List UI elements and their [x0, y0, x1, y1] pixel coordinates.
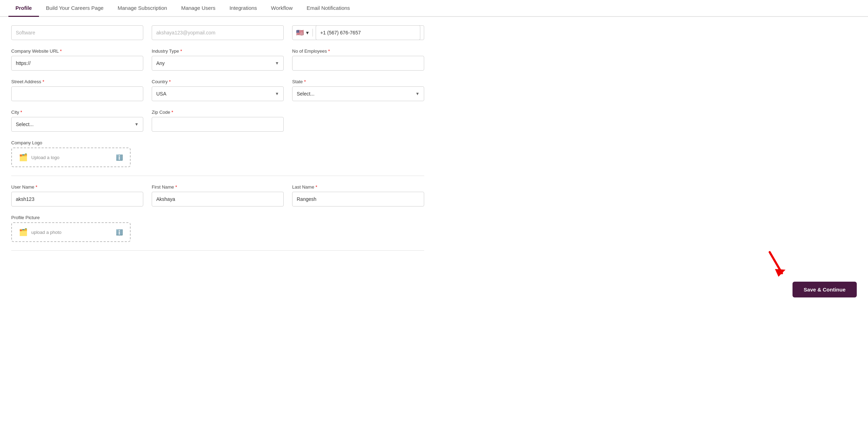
country-select[interactable]: USA ▼: [152, 86, 284, 101]
city-select[interactable]: Select... ▼: [11, 117, 143, 132]
row-profile-picture: Profile Picture 🗂️ upload a photo ℹ️: [11, 215, 424, 242]
state-group: State * Select... ▼: [292, 79, 424, 101]
no-employees-label: No of Employees *: [292, 48, 424, 54]
no-employees-input[interactable]: [292, 56, 424, 71]
industry-type-label: Industry Type *: [152, 48, 284, 54]
profile-picture-label: Profile Picture: [11, 215, 424, 220]
tab-email-notifications[interactable]: Email Notifications: [300, 0, 357, 17]
upload-logo-text: Upload a logo: [31, 155, 112, 160]
required-star-username: *: [34, 184, 38, 190]
save-continue-button[interactable]: Save & Continue: [793, 282, 857, 297]
street-address-label: Street Address *: [11, 79, 143, 84]
last-name-input[interactable]: [292, 192, 424, 206]
required-star-zip: *: [170, 110, 173, 115]
required-star: *: [59, 48, 62, 54]
tab-manage-users[interactable]: Manage Users: [174, 0, 223, 17]
nav-bar: Profile Build Your Careers Page Manage S…: [0, 0, 868, 17]
state-dropdown[interactable]: Select...: [297, 91, 420, 97]
no-employees-group: No of Employees *: [292, 48, 424, 71]
upload-photo-icon: 🗂️: [19, 228, 28, 236]
required-star-city: *: [19, 110, 22, 115]
company-logo-group: Company Logo 🗂️ Upload a logo ℹ️: [11, 140, 424, 167]
row-city-zip: City * Select... ▼ Zip Code *: [11, 110, 424, 132]
zip-code-label: Zip Code *: [152, 110, 284, 115]
required-star-country: *: [168, 79, 171, 84]
upload-photo-area[interactable]: 🗂️ upload a photo ℹ️: [11, 222, 131, 242]
country-label: Country *: [152, 79, 284, 84]
country-group: Country * USA ▼: [152, 79, 284, 101]
row-company-basic: 🇺🇸 ▼: [11, 25, 424, 40]
user-name-label: User Name *: [11, 184, 143, 190]
section-divider-bottom: [11, 250, 424, 251]
state-select[interactable]: Select... ▼: [292, 86, 424, 101]
user-name-group: User Name *: [11, 184, 143, 206]
company-website-label: Company Website URL *: [11, 48, 143, 54]
company-website-input[interactable]: [11, 56, 143, 71]
city-dropdown[interactable]: Select...: [16, 122, 139, 127]
row-company-details: Company Website URL * Industry Type * An…: [11, 48, 424, 71]
last-name-group: Last Name *: [292, 184, 424, 206]
tab-build-careers[interactable]: Build Your Careers Page: [39, 0, 111, 17]
required-star-state: *: [303, 79, 306, 84]
company-email-group: [152, 25, 284, 40]
state-label: State *: [292, 79, 424, 84]
street-address-input[interactable]: [11, 86, 143, 101]
company-name-input[interactable]: [11, 25, 143, 40]
main-content: 🇺🇸 ▼ Company Website URL * Industry Type…: [0, 17, 435, 273]
street-address-group: Street Address *: [11, 79, 143, 101]
city-group: City * Select... ▼: [11, 110, 143, 132]
required-star-industry: *: [179, 48, 182, 54]
profile-picture-group: Profile Picture 🗂️ upload a photo ℹ️: [11, 215, 424, 242]
required-star-lastname: *: [314, 184, 317, 190]
zip-code-group: Zip Code *: [152, 110, 284, 132]
tab-profile[interactable]: Profile: [8, 0, 39, 17]
city-label: City *: [11, 110, 143, 115]
row-address: Street Address * Country * USA ▼ State *…: [11, 79, 424, 101]
first-name-group: First Name *: [152, 184, 284, 206]
phone-group: 🇺🇸 ▼: [292, 25, 424, 40]
row-company-logo: Company Logo 🗂️ Upload a logo ℹ️: [11, 140, 424, 167]
company-logo-label: Company Logo: [11, 140, 424, 145]
flag-chevron: ▼: [305, 30, 310, 35]
upload-photo-text: upload a photo: [31, 230, 112, 235]
last-name-label: Last Name *: [292, 184, 424, 190]
required-star-employees: *: [327, 48, 330, 54]
phone-wrapper: 🇺🇸 ▼: [292, 25, 424, 40]
required-star-firstname: *: [174, 184, 177, 190]
company-website-group: Company Website URL *: [11, 48, 143, 71]
save-btn-container: Save & Continue: [0, 273, 868, 306]
tab-integrations[interactable]: Integrations: [222, 0, 264, 17]
required-star-street: *: [41, 79, 44, 84]
flag-emoji: 🇺🇸: [296, 29, 304, 37]
info-icon-logo[interactable]: ℹ️: [116, 154, 123, 161]
tab-manage-subscription[interactable]: Manage Subscription: [111, 0, 174, 17]
tab-workflow[interactable]: Workflow: [264, 0, 300, 17]
country-dropdown[interactable]: USA: [156, 91, 279, 97]
industry-type-dropdown[interactable]: Any: [156, 60, 279, 66]
company-email-input[interactable]: [152, 25, 284, 40]
svg-marker-1: [775, 269, 785, 277]
phone-input[interactable]: [316, 25, 420, 40]
upload-icon: 🗂️: [19, 153, 28, 162]
row-user-info: User Name * First Name * Last Name *: [11, 184, 424, 206]
section-divider: [11, 176, 424, 176]
upload-logo-area[interactable]: 🗂️ Upload a logo ℹ️: [11, 147, 131, 167]
info-icon-photo[interactable]: ℹ️: [116, 229, 123, 236]
industry-type-select[interactable]: Any ▼: [152, 56, 284, 71]
svg-line-0: [770, 252, 782, 273]
arrow-indicator: [763, 249, 791, 281]
company-name-group: [11, 25, 143, 40]
first-name-input[interactable]: [152, 192, 284, 206]
first-name-label: First Name *: [152, 184, 284, 190]
industry-type-group: Industry Type * Any ▼: [152, 48, 284, 71]
user-name-input[interactable]: [11, 192, 143, 206]
flag-selector[interactable]: 🇺🇸 ▼: [296, 29, 313, 37]
zip-code-input[interactable]: [152, 117, 284, 132]
